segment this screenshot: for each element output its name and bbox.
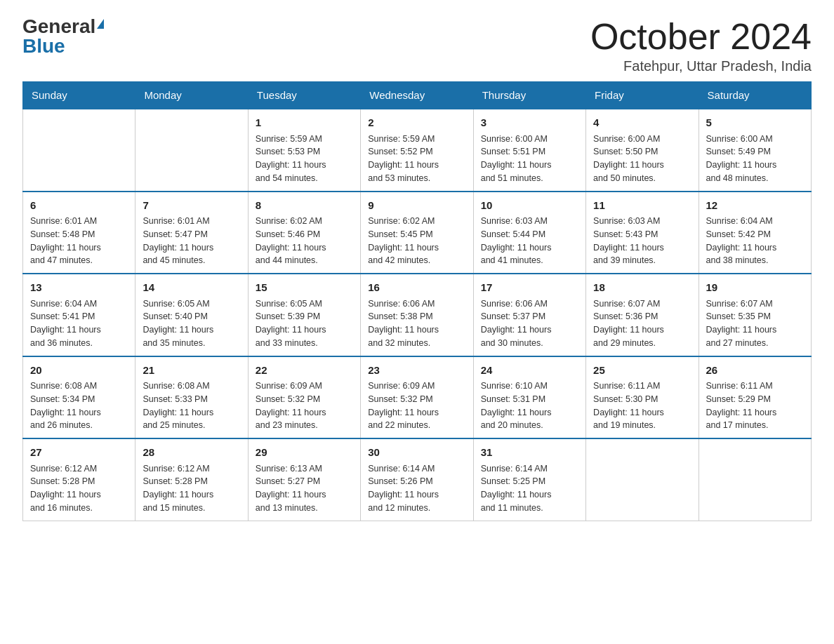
day-info: Sunrise: 6:09 AM Sunset: 5:32 PM Dayligh… xyxy=(256,380,353,432)
day-number: 30 xyxy=(368,445,465,461)
calendar-week-1: 1Sunrise: 5:59 AM Sunset: 5:53 PM Daylig… xyxy=(23,109,812,192)
day-number: 12 xyxy=(706,198,804,214)
calendar-day-26: 26Sunrise: 6:11 AM Sunset: 5:29 PM Dayli… xyxy=(699,356,811,439)
day-number: 3 xyxy=(481,115,578,131)
calendar-header-saturday: Saturday xyxy=(699,82,811,109)
day-number: 25 xyxy=(593,363,691,379)
location-title: Fatehpur, Uttar Pradesh, India xyxy=(590,58,812,74)
title-block: October 2024 Fatehpur, Uttar Pradesh, In… xyxy=(590,17,812,74)
calendar-day-22: 22Sunrise: 6:09 AM Sunset: 5:32 PM Dayli… xyxy=(248,356,360,439)
calendar-day-empty xyxy=(699,438,811,521)
day-number: 16 xyxy=(368,280,465,296)
calendar-day-10: 10Sunrise: 6:03 AM Sunset: 5:44 PM Dayli… xyxy=(473,192,585,274)
day-number: 6 xyxy=(30,198,128,214)
day-info: Sunrise: 6:01 AM Sunset: 5:48 PM Dayligh… xyxy=(30,215,128,267)
day-number: 9 xyxy=(368,198,465,214)
day-number: 15 xyxy=(256,280,353,296)
calendar-header-row: SundayMondayTuesdayWednesdayThursdayFrid… xyxy=(23,82,812,109)
day-number: 28 xyxy=(143,445,240,461)
calendar-day-13: 13Sunrise: 6:04 AM Sunset: 5:41 PM Dayli… xyxy=(23,274,135,356)
calendar-day-25: 25Sunrise: 6:11 AM Sunset: 5:30 PM Dayli… xyxy=(586,356,699,439)
day-info: Sunrise: 6:01 AM Sunset: 5:47 PM Dayligh… xyxy=(143,215,240,267)
calendar-week-3: 13Sunrise: 6:04 AM Sunset: 5:41 PM Dayli… xyxy=(23,274,812,356)
day-number: 29 xyxy=(256,445,353,461)
day-info: Sunrise: 6:14 AM Sunset: 5:26 PM Dayligh… xyxy=(368,462,465,515)
calendar-day-empty xyxy=(135,109,248,192)
calendar-day-14: 14Sunrise: 6:05 AM Sunset: 5:40 PM Dayli… xyxy=(135,274,248,356)
calendar-day-5: 5Sunrise: 6:00 AM Sunset: 5:49 PM Daylig… xyxy=(699,109,811,192)
day-info: Sunrise: 6:03 AM Sunset: 5:44 PM Dayligh… xyxy=(481,215,578,267)
day-number: 21 xyxy=(143,363,240,379)
calendar-day-6: 6Sunrise: 6:01 AM Sunset: 5:48 PM Daylig… xyxy=(23,192,135,274)
day-info: Sunrise: 6:00 AM Sunset: 5:49 PM Dayligh… xyxy=(706,133,804,185)
day-info: Sunrise: 6:05 AM Sunset: 5:40 PM Dayligh… xyxy=(143,297,240,350)
day-number: 7 xyxy=(143,198,240,214)
calendar-day-3: 3Sunrise: 6:00 AM Sunset: 5:51 PM Daylig… xyxy=(473,109,585,192)
day-info: Sunrise: 6:14 AM Sunset: 5:25 PM Dayligh… xyxy=(481,462,578,515)
day-number: 11 xyxy=(593,198,691,214)
day-number: 2 xyxy=(368,115,465,131)
page-header: General Blue October 2024 Fatehpur, Utta… xyxy=(22,17,812,74)
calendar-day-empty xyxy=(23,109,135,192)
day-info: Sunrise: 6:06 AM Sunset: 5:37 PM Dayligh… xyxy=(481,297,578,350)
day-number: 10 xyxy=(481,198,578,214)
calendar-day-12: 12Sunrise: 6:04 AM Sunset: 5:42 PM Dayli… xyxy=(699,192,811,274)
calendar-day-30: 30Sunrise: 6:14 AM Sunset: 5:26 PM Dayli… xyxy=(361,438,473,521)
day-number: 1 xyxy=(256,115,353,131)
day-info: Sunrise: 6:12 AM Sunset: 5:28 PM Dayligh… xyxy=(30,462,128,515)
calendar-header-sunday: Sunday xyxy=(23,82,135,109)
day-number: 27 xyxy=(30,445,128,461)
month-title: October 2024 xyxy=(590,17,812,57)
day-info: Sunrise: 6:07 AM Sunset: 5:35 PM Dayligh… xyxy=(706,297,804,350)
day-info: Sunrise: 6:05 AM Sunset: 5:39 PM Dayligh… xyxy=(256,297,353,350)
calendar-day-15: 15Sunrise: 6:05 AM Sunset: 5:39 PM Dayli… xyxy=(248,274,360,356)
day-info: Sunrise: 6:02 AM Sunset: 5:45 PM Dayligh… xyxy=(368,215,465,267)
calendar-day-18: 18Sunrise: 6:07 AM Sunset: 5:36 PM Dayli… xyxy=(586,274,699,356)
calendar-week-5: 27Sunrise: 6:12 AM Sunset: 5:28 PM Dayli… xyxy=(23,438,812,521)
day-info: Sunrise: 6:08 AM Sunset: 5:34 PM Dayligh… xyxy=(30,380,128,432)
day-info: Sunrise: 6:00 AM Sunset: 5:50 PM Dayligh… xyxy=(593,133,691,185)
day-info: Sunrise: 6:11 AM Sunset: 5:30 PM Dayligh… xyxy=(593,380,691,432)
day-info: Sunrise: 6:12 AM Sunset: 5:28 PM Dayligh… xyxy=(143,462,240,515)
day-number: 22 xyxy=(256,363,353,379)
calendar-week-2: 6Sunrise: 6:01 AM Sunset: 5:48 PM Daylig… xyxy=(23,192,812,274)
day-info: Sunrise: 6:13 AM Sunset: 5:27 PM Dayligh… xyxy=(256,462,353,515)
day-info: Sunrise: 5:59 AM Sunset: 5:52 PM Dayligh… xyxy=(368,133,465,185)
day-info: Sunrise: 6:11 AM Sunset: 5:29 PM Dayligh… xyxy=(706,380,804,432)
calendar-header-monday: Monday xyxy=(135,82,248,109)
day-number: 17 xyxy=(481,280,578,296)
calendar-day-empty xyxy=(586,438,699,521)
day-info: Sunrise: 6:02 AM Sunset: 5:46 PM Dayligh… xyxy=(256,215,353,267)
day-info: Sunrise: 6:03 AM Sunset: 5:43 PM Dayligh… xyxy=(593,215,691,267)
day-number: 18 xyxy=(593,280,691,296)
calendar-day-28: 28Sunrise: 6:12 AM Sunset: 5:28 PM Dayli… xyxy=(135,438,248,521)
day-number: 20 xyxy=(30,363,128,379)
calendar-day-9: 9Sunrise: 6:02 AM Sunset: 5:45 PM Daylig… xyxy=(361,192,473,274)
calendar-day-27: 27Sunrise: 6:12 AM Sunset: 5:28 PM Dayli… xyxy=(23,438,135,521)
day-number: 23 xyxy=(368,363,465,379)
day-number: 19 xyxy=(706,280,804,296)
day-number: 13 xyxy=(30,280,128,296)
day-info: Sunrise: 6:07 AM Sunset: 5:36 PM Dayligh… xyxy=(593,297,691,350)
day-number: 14 xyxy=(143,280,240,296)
calendar-day-17: 17Sunrise: 6:06 AM Sunset: 5:37 PM Dayli… xyxy=(473,274,585,356)
calendar-week-4: 20Sunrise: 6:08 AM Sunset: 5:34 PM Dayli… xyxy=(23,356,812,439)
calendar-day-11: 11Sunrise: 6:03 AM Sunset: 5:43 PM Dayli… xyxy=(586,192,699,274)
day-number: 24 xyxy=(481,363,578,379)
day-info: Sunrise: 5:59 AM Sunset: 5:53 PM Dayligh… xyxy=(256,133,353,185)
calendar-day-4: 4Sunrise: 6:00 AM Sunset: 5:50 PM Daylig… xyxy=(586,109,699,192)
day-info: Sunrise: 6:04 AM Sunset: 5:41 PM Dayligh… xyxy=(30,297,128,350)
logo-blue-text: Blue xyxy=(22,36,65,56)
logo-triangle-icon xyxy=(97,19,104,29)
day-info: Sunrise: 6:08 AM Sunset: 5:33 PM Dayligh… xyxy=(143,380,240,432)
day-number: 4 xyxy=(593,115,691,131)
calendar-day-24: 24Sunrise: 6:10 AM Sunset: 5:31 PM Dayli… xyxy=(473,356,585,439)
calendar-day-23: 23Sunrise: 6:09 AM Sunset: 5:32 PM Dayli… xyxy=(361,356,473,439)
day-number: 8 xyxy=(256,198,353,214)
calendar-day-20: 20Sunrise: 6:08 AM Sunset: 5:34 PM Dayli… xyxy=(23,356,135,439)
logo: General Blue xyxy=(22,17,104,56)
day-info: Sunrise: 6:04 AM Sunset: 5:42 PM Dayligh… xyxy=(706,215,804,267)
day-info: Sunrise: 6:09 AM Sunset: 5:32 PM Dayligh… xyxy=(368,380,465,432)
calendar-day-29: 29Sunrise: 6:13 AM Sunset: 5:27 PM Dayli… xyxy=(248,438,360,521)
day-number: 26 xyxy=(706,363,804,379)
